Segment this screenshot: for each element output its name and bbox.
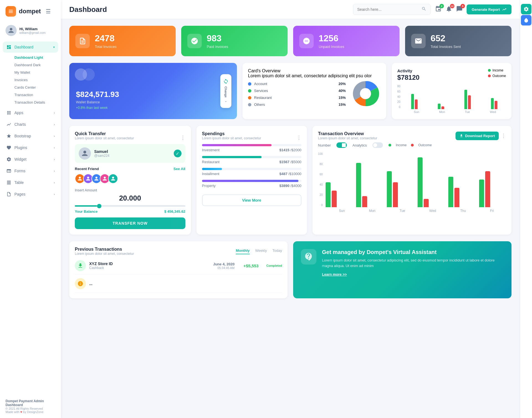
cards-overview-card: Card's Overview Lorem ipsum dolor sit am… <box>242 63 386 119</box>
bottom-cards-row: Quick Transfer Lorem ipsum dolor sit ame… <box>69 126 511 235</box>
analytics-toggle-label: Analytics <box>352 143 367 147</box>
restaurant-amount: $1567 /$5000 <box>279 160 301 164</box>
unpaid-invoices-label: Unpaid Invoices <box>319 45 344 49</box>
txn-toggle-row: Number Analytics Income Outcome <box>318 142 506 148</box>
search-input[interactable] <box>357 7 419 12</box>
wallet-label: Wallet Balance <box>76 100 230 104</box>
sidebar-item-bootstrap[interactable]: Bootstrap › <box>3 130 58 142</box>
prev-trans-subtitle: Lorem ipsum dolor sit amet, consectetur <box>75 252 134 256</box>
balance-value: $ 456,345.62 <box>164 209 185 214</box>
contact-handle: @sam224 <box>94 154 109 158</box>
hamburger-menu[interactable]: ☰ <box>44 8 53 15</box>
view-more-button[interactable]: View More <box>202 194 301 206</box>
trans-status: Completed <box>266 264 282 267</box>
number-toggle-label: Number <box>318 143 331 147</box>
trans-name: XYZ Store ID <box>89 261 210 266</box>
amount-label: Insert Amount <box>75 188 185 192</box>
chevron-right-plugins-icon: › <box>54 146 55 149</box>
tab-weekly[interactable]: Weekly <box>255 248 267 254</box>
spendings-header: Spendings Lorem ipsum dolor sit amet, co… <box>202 131 301 144</box>
restaurant-label: Restaurant <box>202 160 220 164</box>
sidebar-item-dashboard[interactable]: Dashboard ▾ <box>3 42 58 53</box>
chevron-right-forms-icon: › <box>54 169 55 173</box>
bell-icon-badge[interactable]: 12 <box>446 6 452 13</box>
wallet-card: Change $824,571.93 Wallet Balance +0.8% … <box>69 63 237 119</box>
chat-icon-badge[interactable]: 5 <box>456 6 463 13</box>
svg-point-0 <box>360 88 371 99</box>
others-dot <box>248 103 251 106</box>
va-learn-more-link[interactable]: Learn more >> <box>322 272 347 276</box>
quick-transfer-subtitle: Lorem ipsum dolor sit amet, consectetur <box>75 136 134 140</box>
subnav-cards-center[interactable]: Cards Center <box>12 84 58 91</box>
number-toggle[interactable] <box>336 142 347 148</box>
see-all-button[interactable]: See All <box>173 167 185 171</box>
txn-thu-income <box>448 177 453 207</box>
txn-wed-income <box>418 157 423 207</box>
contact-name: Samuel <box>94 149 109 154</box>
amount-slider[interactable] <box>75 205 185 207</box>
water-icon-btn[interactable] <box>521 15 531 25</box>
txn-overview-menu[interactable]: ⋮ <box>501 133 506 139</box>
trans-2-icon <box>75 278 86 289</box>
spendings-card: Spendings Lorem ipsum dolor sit amet, co… <box>196 126 307 235</box>
search-bar[interactable] <box>353 4 431 15</box>
txn-income-dot <box>388 144 391 147</box>
sidebar-item-pages[interactable]: Pages › <box>3 189 58 200</box>
pie-chart <box>350 78 381 110</box>
widget-icon <box>6 157 12 162</box>
chevron-down-icon: ▾ <box>53 45 55 49</box>
spend-investment: Investment $1415 /$2000 <box>202 144 301 152</box>
recent-friends-avatars <box>75 174 185 184</box>
generate-report-button[interactable]: Generate Report <box>467 4 511 14</box>
bar-wed-outcome <box>495 101 497 109</box>
page-title: Dashboard <box>69 5 349 14</box>
sidebar-item-table[interactable]: Table › <box>3 177 58 188</box>
tab-monthly[interactable]: Monthly <box>236 248 250 254</box>
total-invoices-number: 2478 <box>95 33 117 43</box>
contact-avatar <box>79 147 91 160</box>
settings-icon-btn[interactable] <box>521 4 531 14</box>
investment-amount: $1415 /$2000 <box>279 148 301 152</box>
sidebar-item-charts[interactable]: Charts › <box>3 119 58 130</box>
trans-name-2: ... <box>89 281 282 286</box>
search-icon[interactable] <box>421 6 426 12</box>
chevron-right-pages-icon: › <box>54 193 55 196</box>
subnav-transaction[interactable]: Transaction <box>12 91 58 99</box>
paid-invoices-label: Paid Invoices <box>207 45 228 49</box>
amount-section: Insert Amount 20.000 Your Balance $ 456,… <box>75 188 185 214</box>
txn-wed-outcome <box>424 199 429 207</box>
subnav-transaction-details[interactable]: Transaction Details <box>12 99 58 106</box>
tab-today[interactable]: Today <box>272 248 282 254</box>
transfer-now-button[interactable]: TRANSFER NOW <box>75 217 185 229</box>
sidebar-dashboard-label: Dashboard <box>14 45 34 49</box>
quick-transfer-menu[interactable]: ⋮ <box>180 135 185 141</box>
subnav-my-wallet[interactable]: My Wallet <box>12 69 58 76</box>
trans-cashback-icon <box>75 260 86 271</box>
chevron-right-charts-icon: › <box>54 123 55 126</box>
apps-icon <box>6 110 12 116</box>
plugins-icon <box>6 145 12 150</box>
txn-overview-subtitle: Lorem ipsum dolor sit amet, consectetur <box>318 136 377 140</box>
spendings-menu[interactable]: ⋮ <box>296 135 301 141</box>
shopping-icon-badge[interactable]: 2 <box>435 6 442 13</box>
sidebar-item-apps[interactable]: Apps › <box>3 107 58 118</box>
activity-legend: Income Outcome <box>488 68 506 78</box>
total-sent-number: 652 <box>431 33 461 43</box>
sidebar-item-forms[interactable]: Forms › <box>3 165 58 176</box>
subnav-dashboard-dark[interactable]: Dashboard Dark <box>12 61 58 69</box>
subnav-dashboard-light[interactable]: Dashboard Light <box>12 54 58 61</box>
analytics-toggle[interactable] <box>372 142 383 148</box>
recent-friend-label: Recent Friend <box>75 167 99 171</box>
chat-badge: 5 <box>461 4 465 8</box>
sent-icon <box>411 34 426 48</box>
investment-label: Investment <box>202 148 220 152</box>
quick-transfer-title: Quick Transfer <box>75 131 134 136</box>
subnav-invoices[interactable]: Invoices <box>12 76 58 84</box>
amount-value: 20.000 <box>75 194 185 202</box>
sidebar-item-widget[interactable]: Widget › <box>3 154 58 165</box>
footer-year: © 2021 All Rights Reserved <box>6 407 55 410</box>
download-report-button[interactable]: Download Report <box>456 132 499 140</box>
sidebar-item-plugins[interactable]: Plugins › <box>3 142 58 153</box>
balance-label: Your Balance <box>75 209 98 214</box>
slider-thumb[interactable] <box>97 204 101 208</box>
